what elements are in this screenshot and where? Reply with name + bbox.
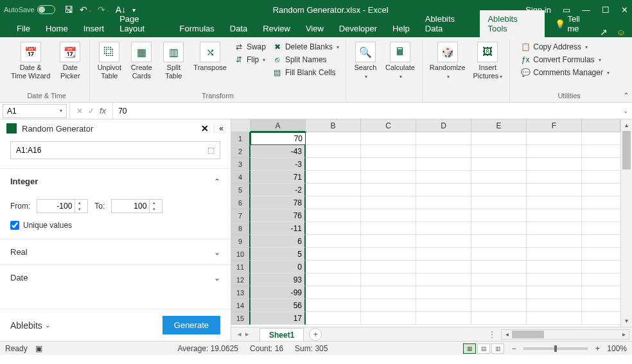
date-time-wizard-button[interactable]: 📅 Date & Time Wizard [8,40,53,91]
cell-C4[interactable] [361,171,416,184]
cell-blank[interactable] [582,209,620,222]
row-header-11[interactable]: 11 [231,261,250,273]
cell-A14[interactable]: 56 [250,299,306,312]
tab-data[interactable]: Data [222,20,255,37]
randomize-button[interactable]: 🎲Randomize▾ [426,40,469,91]
cell-F7[interactable] [527,209,582,222]
split-names-button[interactable]: ⎋Split Names [270,54,342,65]
cell-F12[interactable] [527,273,582,286]
generate-button[interactable]: Generate [162,316,220,334]
cell-E10[interactable] [471,248,527,261]
zoom-out-icon[interactable]: − [509,344,518,353]
cell-A4[interactable]: 71 [250,171,306,184]
cell-B14[interactable] [306,299,361,312]
add-sheet-button[interactable]: + [309,328,322,341]
cell-D14[interactable] [416,299,471,312]
cell-B10[interactable] [306,248,361,261]
cell-B4[interactable] [306,171,361,184]
tab-help[interactable]: Help [385,20,417,37]
cell-E9[interactable] [471,235,527,248]
close-icon[interactable]: ✕ [621,5,628,15]
tab-file[interactable]: File [9,20,38,37]
scroll-left-icon[interactable]: ◂ [502,331,512,338]
cell-C6[interactable] [361,196,416,209]
col-header-F[interactable]: F [527,119,582,132]
cell-B7[interactable] [306,209,361,222]
cancel-icon[interactable]: ✕ [76,107,83,116]
view-normal-icon[interactable]: ▦ [463,343,476,354]
row-header-12[interactable]: 12 [231,273,250,286]
sheet-nav-next-icon[interactable]: ▸ [245,330,249,338]
cell-F3[interactable] [527,158,582,171]
cell-B6[interactable] [306,196,361,209]
cell-blank[interactable] [582,222,620,235]
cell-D3[interactable] [416,158,471,171]
cell-E2[interactable] [471,145,527,158]
split-table-button[interactable]: ▥ Split Table [158,40,189,91]
cell-D7[interactable] [416,209,471,222]
horizontal-scrollbar[interactable]: ◂ ▸ [501,329,629,340]
comments-manager-button[interactable]: 💬Comments Manager▾ [518,67,612,78]
cell-E8[interactable] [471,222,527,235]
fx-icon[interactable]: fx [100,106,106,116]
cell-F5[interactable] [527,184,582,196]
cell-C5[interactable] [361,184,416,196]
cell-D15[interactable] [416,312,471,325]
vertical-scrollbar[interactable]: ▴ ▾ [620,119,632,327]
cell-D2[interactable] [416,145,471,158]
zoom-in-icon[interactable]: + [593,344,602,353]
share-icon[interactable]: ↗ [600,27,608,37]
cell-blank[interactable] [582,273,620,286]
close-pane-icon[interactable]: ✕ [201,123,209,134]
tab-insert[interactable]: Insert [76,20,112,37]
undo-icon[interactable]: ↶▾ [80,4,91,15]
swap-button[interactable]: ⇄Swap [231,41,268,53]
cell-A9[interactable]: 6 [250,235,306,248]
row-header-1[interactable]: 1 [231,132,250,145]
tab-pagelayout[interactable]: Page Layout [112,10,171,37]
select-range-icon[interactable]: ⬚ [207,146,215,155]
cell-D8[interactable] [416,222,471,235]
cell-C7[interactable] [361,209,416,222]
calculate-button[interactable]: 🖩Calculate▾ [382,40,418,91]
transpose-button[interactable]: ⤭ Transpose [190,40,230,91]
col-header-D[interactable]: D [416,119,471,132]
fill-blank-button[interactable]: ▤Fill Blank Cells [270,67,342,78]
section-header-integer[interactable]: Integer ⌃ [0,169,231,194]
cell-D9[interactable] [416,235,471,248]
unique-values-checkbox[interactable]: Unique values [10,221,220,230]
cell-blank[interactable] [582,299,620,312]
select-all-corner[interactable] [231,119,250,132]
col-header-E[interactable]: E [471,119,527,132]
cell-A7[interactable]: 76 [250,209,306,222]
row-header-15[interactable]: 15 [231,312,250,325]
cell-blank[interactable] [582,132,620,145]
sheet-tab-sheet1[interactable]: Sheet1 [259,328,304,341]
tab-review[interactable]: Review [255,20,298,37]
copy-address-button[interactable]: 📋Copy Address▾ [518,41,612,53]
redo-icon[interactable]: ↷▾ [98,4,109,15]
enter-icon[interactable]: ✓ [88,107,94,116]
cell-C9[interactable] [361,235,416,248]
row-header-2[interactable]: 2 [231,145,250,158]
cell-blank[interactable] [582,286,620,299]
cell-blank[interactable] [582,158,620,171]
scroll-thumb[interactable] [512,331,544,338]
row-header-13[interactable]: 13 [231,286,250,299]
unique-checkbox-input[interactable] [10,221,19,230]
cell-D10[interactable] [416,248,471,261]
tab-view[interactable]: View [298,20,331,37]
cell-blank[interactable] [582,145,620,158]
cell-E13[interactable] [471,286,527,299]
cell-F8[interactable] [527,222,582,235]
cell-A11[interactable]: 0 [250,261,306,273]
cell-E7[interactable] [471,209,527,222]
tab-formulas[interactable]: Formulas [172,20,222,37]
cell-F13[interactable] [527,286,582,299]
cell-F2[interactable] [527,145,582,158]
formula-input[interactable]: 70 [113,107,619,116]
spin-down-icon[interactable]: ▾ [150,206,158,212]
row-header-4[interactable]: 4 [231,171,250,184]
cell-B5[interactable] [306,184,361,196]
cell-A5[interactable]: -2 [250,184,306,196]
